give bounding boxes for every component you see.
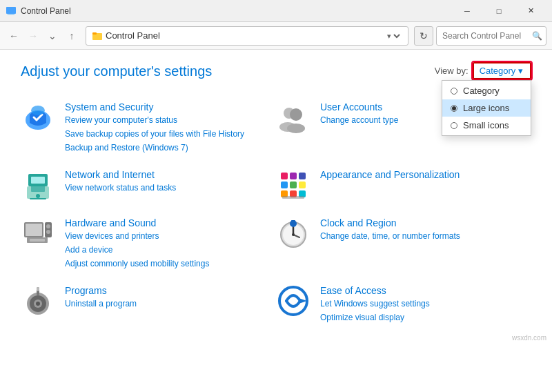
svg-rect-22 — [299, 182, 306, 188]
breadcrumb-text: Control Panel — [106, 30, 160, 41]
clock-region-text: Clock and Region Change date, time, or n… — [320, 216, 460, 242]
network-internet-title[interactable]: Network and Internet — [65, 169, 176, 180]
svg-point-38 — [292, 233, 295, 236]
svg-rect-40 — [291, 220, 295, 224]
main-content: Adjust your computer's settings View by:… — [0, 50, 552, 344]
folder-icon — [92, 30, 103, 41]
system-security-link-2[interactable]: Save backup copies of your files with Fi… — [65, 128, 244, 140]
category-system-security: System and Security Review your computer… — [21, 93, 276, 161]
dropdown-item-label: Small icons — [463, 120, 509, 130]
view-by-value: Category ▾ — [480, 66, 523, 76]
dropdown-arrow[interactable]: ⌄ — [44, 28, 61, 44]
appearance-icon — [276, 168, 310, 202]
clock-region-title[interactable]: Clock and Region — [320, 217, 460, 228]
svg-rect-26 — [282, 196, 304, 199]
forward-button[interactable]: → — [25, 28, 41, 44]
hardware-sound-link-3[interactable]: Adjust commonly used mobility settings — [65, 257, 209, 270]
breadcrumb: Control Panel — [92, 30, 384, 41]
appearance-text: Appearance and Personalization — [320, 168, 460, 180]
minimize-button[interactable]: ─ — [451, 0, 483, 22]
system-security-text: System and Security Review your computer… — [65, 100, 244, 154]
view-by-dropdown: Category Large icons Small icons — [442, 80, 531, 136]
view-by-button[interactable]: Category ▾ — [473, 62, 531, 79]
svg-rect-21 — [290, 182, 297, 188]
search-wrap: 🔍 — [436, 26, 546, 46]
hardware-sound-link-1[interactable]: View devices and printers — [65, 230, 209, 242]
user-accounts-text: User Accounts Change account type — [320, 100, 398, 126]
hardware-sound-link-2[interactable]: Add a device — [65, 244, 209, 256]
category-appearance: Appearance and Personalization — [276, 161, 531, 209]
system-security-title[interactable]: System and Security — [65, 101, 244, 112]
ease-of-access-link-2[interactable]: Optimize visual display — [320, 311, 430, 324]
svg-rect-46 — [37, 287, 39, 291]
svg-point-15 — [36, 194, 40, 198]
dropdown-item-label: Category — [463, 86, 500, 96]
svg-point-30 — [46, 224, 50, 228]
network-internet-link-1[interactable]: View network status and tasks — [65, 182, 176, 194]
search-input[interactable] — [436, 26, 546, 46]
network-internet-icon — [21, 168, 55, 202]
dropdown-item-category[interactable]: Category — [442, 82, 531, 99]
watermark: wsxdn.com — [512, 334, 546, 342]
svg-rect-2 — [7, 14, 15, 15]
svg-rect-14 — [31, 177, 45, 184]
svg-rect-16 — [30, 198, 46, 199]
user-accounts-icon — [276, 100, 310, 135]
ease-of-access-title[interactable]: Ease of Access — [320, 285, 430, 296]
system-security-link-3[interactable]: Backup and Restore (Windows 7) — [65, 141, 244, 154]
radio-small-icons — [451, 122, 457, 129]
dropdown-item-small-icons[interactable]: Small icons — [442, 117, 531, 134]
refresh-button[interactable]: ↻ — [414, 26, 433, 46]
dropdown-item-large-icons[interactable]: Large icons — [442, 99, 531, 117]
category-programs: Programs Uninstall a program — [21, 277, 276, 331]
user-accounts-title[interactable]: User Accounts — [320, 101, 398, 112]
title-bar: Control Panel ─ □ ✕ — [0, 0, 552, 22]
dropdown-item-label: Large icons — [463, 103, 509, 113]
svg-point-10 — [287, 124, 305, 133]
svg-rect-28 — [26, 224, 42, 236]
svg-point-6 — [31, 106, 45, 115]
user-accounts-link-1[interactable]: Change account type — [320, 114, 398, 126]
address-dropdown[interactable]: ▾ — [384, 31, 402, 41]
app-icon — [6, 6, 17, 17]
close-button[interactable]: ✕ — [515, 0, 546, 22]
system-security-link-1[interactable]: Review your computer's status — [65, 114, 244, 126]
clock-region-icon — [276, 216, 310, 251]
window-controls: ─ □ ✕ — [451, 0, 546, 22]
radio-category — [451, 88, 457, 95]
search-icon: 🔍 — [532, 31, 542, 41]
maximize-button[interactable]: □ — [483, 0, 515, 22]
clock-region-link-1[interactable]: Change date, time, or number formats — [320, 230, 460, 242]
back-button[interactable]: ← — [6, 28, 22, 44]
category-hardware-sound: Hardware and Sound View devices and prin… — [21, 209, 276, 277]
svg-rect-17 — [281, 173, 288, 179]
svg-rect-19 — [299, 173, 306, 179]
appearance-title[interactable]: Appearance and Personalization — [320, 169, 460, 180]
radio-large-icons — [451, 105, 457, 112]
svg-rect-4 — [92, 32, 97, 35]
svg-rect-20 — [281, 182, 288, 188]
network-internet-text: Network and Internet View network status… — [65, 168, 176, 194]
svg-rect-0 — [6, 7, 16, 14]
hardware-sound-title[interactable]: Hardware and Sound — [65, 217, 209, 228]
address-bar-input[interactable]: Control Panel ▾ — [86, 26, 408, 46]
ease-of-access-text: Ease of Access Let Windows suggest setti… — [320, 284, 430, 324]
svg-point-8 — [290, 108, 302, 121]
programs-icon — [21, 284, 55, 318]
hardware-sound-text: Hardware and Sound View devices and prin… — [65, 216, 209, 270]
ease-of-access-link-1[interactable]: Let Windows suggest settings — [320, 297, 430, 310]
programs-title[interactable]: Programs — [65, 285, 137, 296]
svg-point-44 — [36, 302, 40, 306]
view-by-label: View by: — [435, 66, 469, 76]
svg-rect-18 — [290, 173, 297, 179]
window-title: Control Panel — [21, 6, 451, 16]
system-security-icon — [21, 100, 55, 135]
svg-point-31 — [46, 230, 50, 234]
address-bar: ← → ⌄ ↑ Control Panel ▾ ↻ 🔍 — [0, 22, 552, 50]
hardware-sound-icon — [21, 216, 55, 251]
category-network-internet: Network and Internet View network status… — [21, 161, 276, 209]
up-button[interactable]: ↑ — [63, 28, 80, 44]
svg-rect-33 — [30, 239, 45, 242]
programs-link-1[interactable]: Uninstall a program — [65, 297, 137, 310]
category-ease-of-access: Ease of Access Let Windows suggest setti… — [276, 277, 531, 331]
